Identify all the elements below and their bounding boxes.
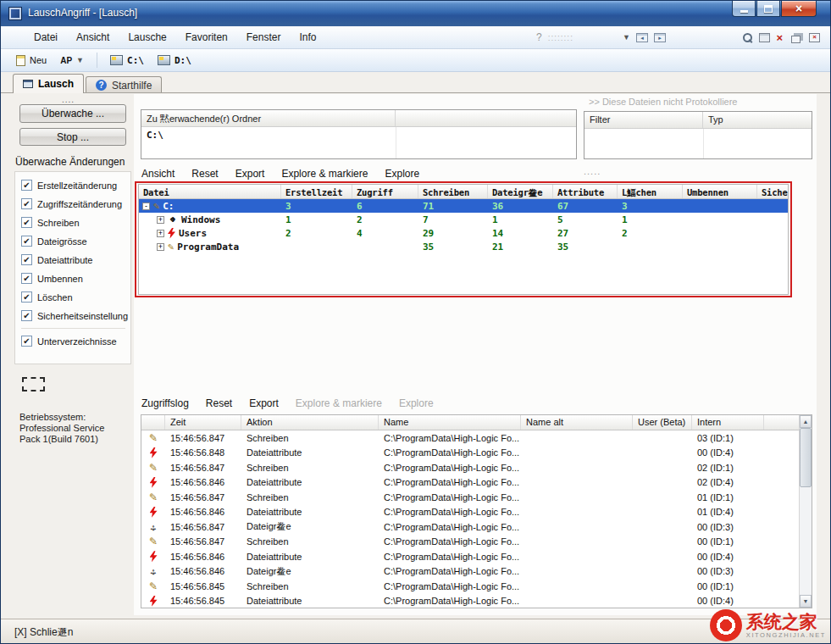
tree-row-c[interactable]: -✎C:367136673 [139, 199, 788, 213]
chevron-down-icon[interactable]: ▼ [623, 33, 630, 42]
os-line-2: Professional Service [19, 423, 104, 434]
minimize-button[interactable] [732, 1, 756, 17]
log-row[interactable]: ↔↕15:46:56.847Dateigr鲞eC:\ProgramData\Hi… [141, 519, 799, 535]
log-toolbar-zugriffslog[interactable]: Zugriffslog [141, 397, 189, 409]
checkbox-box[interactable]: ✔ [21, 254, 32, 265]
tree-toolbar-explore[interactable]: Explore [385, 168, 419, 180]
tab-starthilfe[interactable]: Starthilfe [86, 76, 162, 93]
log-row[interactable]: ✎15:46:56.847SchreibenC:\ProgramData\Hig… [141, 430, 799, 446]
scroll-up-icon[interactable]: ▲ [800, 415, 812, 428]
tree-row-users[interactable]: +Users242914272 [139, 226, 788, 240]
tree-expander-minus[interactable]: - [142, 203, 150, 210]
watch-folder-column[interactable]: Zu 黙erwachende(r) Ordner [141, 110, 396, 126]
checkbox-box[interactable]: ✔ [21, 310, 32, 321]
log-column-zeit[interactable]: Zeit [165, 415, 241, 430]
log-column-name[interactable]: Name [379, 415, 521, 430]
scrollbar-thumb[interactable] [800, 428, 812, 487]
tree-column-erstellzeit[interactable]: Erstellzeit [281, 185, 352, 198]
tree-column-zugriff[interactable]: Zugriff [352, 185, 418, 198]
checkbox-box[interactable]: ✔ [21, 291, 32, 303]
log-column-aktion[interactable]: Aktion [241, 415, 379, 430]
checkbox-box[interactable]: ✔ [21, 273, 32, 284]
drive-d-button[interactable]: D:\ [152, 53, 197, 68]
log-row[interactable]: 15:46:56.846DateiattributeC:\ProgramData… [141, 505, 799, 520]
checkbox-box[interactable]: ✔ [21, 236, 32, 247]
tree-row-windows[interactable]: +↔↕Windows127151 [139, 213, 788, 226]
menu-item-datei[interactable]: Datei [25, 28, 67, 47]
menu-item-favoriten[interactable]: Favoriten [176, 28, 237, 47]
close-all-icon[interactable]: × [809, 33, 820, 42]
log-toolbar-export[interactable]: Export [249, 397, 279, 409]
tree-row-programdata[interactable]: +✎ProgramData352135 [139, 240, 788, 253]
log-column-intern[interactable]: Intern [692, 415, 764, 430]
checkbox-dateigr-sse[interactable]: ✔Dateigrösse [21, 236, 125, 247]
maximize-button[interactable] [756, 1, 780, 17]
log-row[interactable]: ✎15:46:56.845SchreibenC:\ProgramData\Hig… [141, 579, 799, 594]
menu-item-lausche[interactable]: Lausche [119, 28, 175, 47]
close-window-icon[interactable]: × [776, 32, 783, 43]
log-row[interactable]: 15:46:56.846DateiattributeC:\ProgramData… [141, 549, 799, 564]
log-column-name-alt[interactable]: Name alt [521, 415, 633, 430]
log-row[interactable]: ✎15:46:56.847SchreibenC:\ProgramData\Hig… [141, 535, 799, 550]
log-cell: C:\ProgramData\High-Logic Fo... [379, 536, 521, 547]
tree-toolbar-export[interactable]: Export [235, 168, 265, 180]
checkbox-sicherheitseinstellung[interactable]: ✔Sicherheitseinstellung [21, 310, 125, 321]
tree-column-umbennen[interactable]: Umbennen [683, 185, 757, 198]
next-window-icon[interactable]: ▸ [654, 33, 666, 42]
tree-column-l-chen[interactable]: L鰏chen [618, 185, 683, 198]
stop-button[interactable]: Stop ... [19, 128, 126, 146]
tab-lausch[interactable]: Lausch [13, 74, 84, 93]
log-toolbar-reset[interactable]: Reset [206, 397, 232, 409]
typ-column[interactable]: Typ [703, 112, 812, 128]
tree-column-sicherheit[interactable]: Sicherheit [757, 185, 789, 198]
tree-toolbar-explore-markiere[interactable]: Explore & markiere [281, 168, 368, 180]
help-icon[interactable]: ? [536, 31, 542, 43]
watermark-logo [710, 609, 742, 641]
checkbox-l-schen[interactable]: ✔Löschen [21, 291, 125, 303]
cascade-windows-icon[interactable] [791, 36, 801, 43]
watch-button[interactable]: Überwache ... [19, 104, 126, 123]
vertical-scrollbar[interactable]: ▲ ▼ [799, 415, 812, 608]
tree-toolbar-ansicht[interactable]: Ansicht [141, 168, 175, 180]
ap-dropdown[interactable]: AP ▼ [55, 54, 89, 67]
checkbox-box[interactable]: ✔ [21, 217, 32, 228]
tree-expander-plus[interactable]: + [157, 216, 164, 224]
scroll-down-icon[interactable]: ▼ [800, 595, 812, 608]
checkbox-erstellzeit-nderung[interactable]: ✔Erstellzeitänderung [21, 180, 125, 191]
close-button[interactable]: × [781, 1, 817, 17]
log-row[interactable]: 15:46:56.845DateiattributeC:\ProgramData… [141, 594, 799, 608]
menu-item-fenster[interactable]: Fenster [237, 28, 291, 47]
menu-item-info[interactable]: Info [290, 28, 325, 47]
log-column-icon[interactable] [141, 415, 165, 430]
drive-c-button[interactable]: C:\ [105, 53, 149, 68]
tree-column-datei[interactable]: Datei [139, 185, 281, 198]
watch-folder-entry[interactable]: C:\ [141, 127, 576, 143]
log-column-user-beta[interactable]: User (Beta) [633, 415, 692, 430]
search-icon[interactable] [742, 32, 753, 43]
prev-window-icon[interactable]: ◂ [636, 33, 648, 42]
tree-column-dateigr-e[interactable]: Dateigr鲞e [488, 185, 553, 198]
new-button[interactable]: Neu [11, 53, 52, 68]
checkbox-schreiben[interactable]: ✔Schreiben [21, 217, 125, 228]
checkbox-zugriffszeit-nderung[interactable]: ✔Zugriffszeitänderung [21, 198, 125, 209]
menu-item-ansicht[interactable]: Ansicht [67, 28, 119, 47]
log-row[interactable]: ✎15:46:56.847SchreibenC:\ProgramData\Hig… [141, 490, 799, 505]
tree-column-schreiben[interactable]: Schreiben [418, 185, 488, 198]
checkbox-box[interactable]: ✔ [21, 198, 32, 209]
log-row[interactable]: ↔↕15:46:56.846Dateigr鲞eC:\ProgramData\Hi… [141, 564, 799, 580]
checkbox-dateiattribute[interactable]: ✔Dateiattribute [21, 254, 125, 265]
book-icon[interactable] [759, 33, 770, 42]
tree-column-attribute[interactable]: Attribute [553, 185, 618, 198]
checkbox-unterverzeichnisse[interactable]: ✔ Unterverzeichnisse [21, 336, 125, 347]
tree-expander-plus[interactable]: + [157, 230, 164, 237]
log-row[interactable]: 15:46:56.846DateiattributeC:\ProgramData… [141, 475, 799, 491]
tree-toolbar-reset[interactable]: Reset [191, 168, 218, 180]
watch-folder-column-2[interactable] [396, 110, 576, 126]
tree-expander-plus[interactable]: + [157, 243, 164, 251]
checkbox-umbennen[interactable]: ✔Umbennen [21, 273, 125, 284]
log-row[interactable]: ✎15:46:56.847SchreibenC:\ProgramData\Hig… [141, 460, 799, 475]
checkbox-box[interactable]: ✔ [21, 336, 32, 347]
filter-column[interactable]: Filter [584, 112, 703, 128]
log-row[interactable]: 15:46:56.848DateiattributeC:\ProgramData… [141, 446, 799, 461]
checkbox-box[interactable]: ✔ [21, 180, 32, 191]
